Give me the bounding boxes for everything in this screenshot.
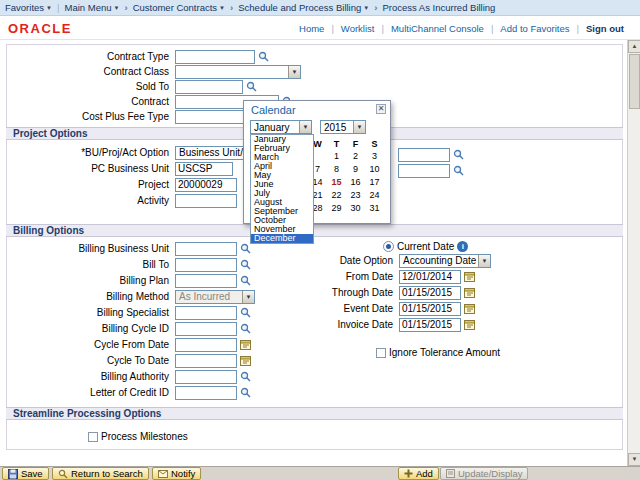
activity-input[interactable] [175,194,237,208]
calendar-day[interactable]: 2 [346,151,365,164]
multichannel-console-link[interactable]: MultiChannel Console [391,23,484,34]
main-menu[interactable]: Main Menu ▼ [65,2,120,13]
billing-plan-input[interactable] [175,274,237,288]
month-option[interactable]: June [251,180,313,189]
calendar-day[interactable]: 22 [327,190,346,203]
chevron-down-icon[interactable]: ▼ [353,121,365,133]
invoice-date-input[interactable] [399,318,461,332]
chevron-down-icon[interactable]: ▼ [288,66,300,78]
calendar-day[interactable]: 10 [365,164,384,177]
add-to-favorites-link[interactable]: Add to Favorites [500,23,569,34]
calendar-prompt-icon[interactable] [464,271,475,282]
lookup-icon[interactable] [246,81,257,92]
calendar-day[interactable]: 17 [365,177,384,190]
home-link[interactable]: Home [299,23,324,34]
current-date-radio[interactable] [383,241,394,252]
breadcrumb-current-page: Process As Incurred Billing [382,2,495,13]
favorites-menu[interactable]: Favorites ▼ [5,2,52,13]
through-date-input[interactable] [399,286,461,300]
lookup-icon[interactable] [240,259,251,270]
project-input[interactable] [175,178,237,192]
letter-of-credit-id-input[interactable] [175,386,237,400]
month-option[interactable]: January [251,135,313,144]
calendar-popup: Calendar ✕ January ▼ 2015 ▼ SMTWTFS 1234… [243,100,391,224]
chevron-down-icon[interactable]: ▼ [478,255,490,267]
chevron-down-icon[interactable]: ▼ [299,121,311,133]
billing-business-unit-input[interactable] [175,242,237,256]
billing-cycle-id-input[interactable] [175,322,237,336]
save-button[interactable]: Save [2,467,49,480]
bill-to-input[interactable] [175,258,237,272]
lookup-icon[interactable] [453,165,464,176]
lookup-icon[interactable] [453,149,464,160]
right-field-2-input[interactable] [398,164,450,178]
year-select[interactable]: 2015 ▼ [320,120,366,134]
lookup-icon[interactable] [240,371,251,382]
cycle-from-date-input[interactable] [175,338,237,352]
breadcrumb-customer-contracts[interactable]: Customer Contracts ▼ [133,2,225,13]
sign-out-link[interactable]: Sign out [586,23,624,34]
current-date-label: Current Date [397,241,454,252]
calendar-prompt-icon[interactable] [240,339,251,350]
lookup-icon[interactable] [240,387,251,398]
add-button[interactable]: Add [398,467,439,480]
month-option[interactable]: April [251,162,313,171]
contract-type-input[interactable] [175,50,255,64]
process-milestones-checkbox[interactable] [88,432,98,442]
notify-button[interactable]: Notify [152,467,201,480]
calendar-day[interactable]: 31 [365,203,384,216]
worklist-link[interactable]: Worklist [341,23,375,34]
chevron-down-icon: ▼ [46,5,52,11]
from-date-input[interactable] [399,270,461,284]
month-option[interactable]: August [251,198,313,207]
calendar-day[interactable]: 8 [327,164,346,177]
oracle-logo: ORACLE [8,21,72,36]
ignore-tolerance-checkbox[interactable] [376,348,386,358]
billing-authority-input[interactable] [175,370,237,384]
lookup-icon[interactable] [240,307,251,318]
lookup-icon[interactable] [258,51,269,62]
calendar-prompt-icon[interactable] [240,355,251,366]
breadcrumb-schedule-process-billing[interactable]: Schedule and Process Billing ▼ [238,2,369,13]
scroll-up-icon[interactable]: ▲ [628,40,640,53]
calendar-day[interactable]: 29 [327,203,346,216]
field-label: Date Option [300,255,396,266]
cycle-to-date-input[interactable] [175,354,237,368]
calendar-day[interactable]: 1 [327,151,346,164]
month-option[interactable]: February [251,144,313,153]
calendar-day[interactable]: 3 [365,151,384,164]
month-option[interactable]: May [251,171,313,180]
sold-to-input[interactable] [175,80,243,94]
pc-business-unit-input[interactable] [175,162,233,176]
close-icon[interactable]: ✕ [376,104,386,114]
calendar-day[interactable]: 16 [346,177,365,190]
calendar-prompt-icon[interactable] [464,303,475,314]
calendar-prompt-icon[interactable] [464,287,475,298]
lookup-icon[interactable] [240,275,251,286]
event-date-input[interactable] [399,302,461,316]
month-select[interactable]: January ▼ [250,120,312,134]
contract-class-select[interactable]: ▼ [175,65,301,79]
month-option[interactable]: December [251,234,313,243]
return-to-search-button[interactable]: Return to Search [52,467,149,480]
month-option[interactable]: September [251,207,313,216]
lookup-icon[interactable] [240,323,251,334]
month-option[interactable]: March [251,153,313,162]
right-field-1-input[interactable] [398,148,450,162]
calendar-day[interactable]: 23 [346,190,365,203]
vertical-scrollbar[interactable]: ▲ ▼ [627,40,640,466]
calendar-day[interactable]: 24 [365,190,384,203]
month-option[interactable]: October [251,216,313,225]
calendar-day[interactable]: 9 [346,164,365,177]
date-option-select[interactable]: Accounting Date ▼ [399,254,491,268]
scroll-down-icon[interactable]: ▼ [628,453,640,466]
scrollbar-thumb[interactable] [629,54,640,109]
billing-specialist-input[interactable] [175,306,237,320]
month-option[interactable]: November [251,225,313,234]
calendar-day[interactable]: 15 [327,177,346,190]
calendar-prompt-icon[interactable] [464,319,475,330]
month-option[interactable]: July [251,189,313,198]
lookup-icon[interactable] [240,243,251,254]
calendar-day[interactable]: 30 [346,203,365,216]
info-icon[interactable]: i [457,241,468,252]
